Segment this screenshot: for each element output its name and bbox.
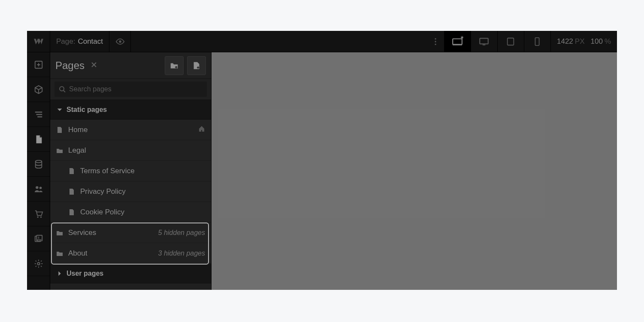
svg-rect-6 [480, 38, 489, 44]
section-label: Static pages [67, 106, 107, 114]
more-vertical-icon [431, 37, 440, 46]
gear-icon [34, 259, 43, 268]
close-icon [91, 61, 97, 68]
svg-point-0 [119, 40, 121, 43]
tablet-icon [506, 37, 515, 46]
svg-rect-7 [483, 44, 486, 45]
svg-rect-9 [535, 37, 539, 45]
eye-icon [115, 37, 125, 46]
pages-panel: Pages [50, 52, 212, 290]
folder-label: Services [68, 229, 96, 237]
svg-point-18 [38, 236, 39, 238]
users-icon [34, 184, 43, 194]
new-folder-button[interactable] [165, 56, 184, 75]
panel-header: Pages [50, 52, 211, 79]
page-indicator[interactable]: Page: Contact [50, 31, 109, 52]
svg-point-20 [60, 87, 64, 91]
page-item-privacy[interactable]: Privacy Policy [50, 181, 211, 202]
pages-icon [34, 135, 43, 144]
page-item-tos[interactable]: Terms of Service [50, 161, 211, 181]
page-item-cookie[interactable]: Cookie Policy [50, 202, 211, 223]
section-user-pages[interactable]: User pages [50, 264, 211, 283]
folder-icon [56, 229, 63, 236]
page-icon [68, 188, 75, 195]
new-folder-icon [169, 61, 179, 70]
folder-item-services[interactable]: Services 5 hidden pages [50, 223, 211, 243]
svg-point-15 [40, 216, 41, 217]
breakpoint-desktop[interactable] [444, 31, 471, 52]
folder-label: About [68, 249, 87, 258]
breakpoint-laptop[interactable] [471, 31, 497, 52]
design-canvas[interactable] [212, 52, 617, 290]
folder-item-legal[interactable]: Legal [50, 140, 211, 161]
page-icon [68, 168, 75, 175]
folder-item-about[interactable]: About 3 hidden pages [50, 243, 211, 264]
top-bar-left: Page: Contact [27, 31, 131, 52]
svg-point-2 [435, 41, 436, 42]
svg-point-1 [435, 38, 436, 39]
cart-icon [34, 209, 43, 219]
rail-users[interactable] [27, 177, 50, 202]
rail-ecommerce[interactable] [27, 202, 50, 226]
page-label: Home [68, 126, 88, 134]
viewport-zoom: 100 [591, 37, 603, 46]
page-prefix: Page: [56, 37, 75, 46]
pages-tree: Static pages Home Legal Terms of Service [50, 100, 211, 290]
image-icon [34, 234, 43, 244]
search-row [50, 79, 211, 100]
top-bar: Page: Contact [27, 31, 617, 52]
breakpoint-phone[interactable] [524, 31, 550, 52]
svg-point-19 [37, 262, 40, 265]
new-page-icon [192, 61, 201, 70]
section-static-pages[interactable]: Static pages [50, 100, 211, 120]
page-label: Privacy Policy [80, 187, 126, 196]
section-label: User pages [67, 270, 103, 277]
folder-label: Legal [68, 146, 86, 155]
rail-components[interactable] [27, 77, 50, 102]
rail-navigator[interactable] [27, 102, 50, 127]
breakpoint-tablet[interactable] [497, 31, 524, 52]
viewport-zoom-unit: % [605, 37, 611, 46]
search-icon [59, 86, 66, 93]
rail-assets[interactable] [27, 226, 50, 251]
page-item-home[interactable]: Home [50, 120, 211, 140]
search-input[interactable] [69, 85, 203, 93]
webflow-logo[interactable] [27, 31, 50, 52]
main-body: Pages [27, 52, 617, 290]
top-bar-right: 1422 PX 100 % [427, 31, 617, 52]
home-badge [198, 125, 205, 134]
panel-title: Pages [55, 60, 85, 72]
page-icon [68, 209, 75, 216]
folder-icon [56, 147, 63, 154]
svg-rect-5 [453, 44, 463, 45]
box-icon [34, 85, 43, 94]
laptop-icon [478, 36, 490, 47]
folder-icon [56, 250, 63, 257]
hidden-count: 3 hidden pages [158, 250, 205, 257]
svg-point-12 [36, 186, 38, 189]
caret-right-icon [56, 270, 63, 277]
rail-add[interactable] [27, 52, 50, 77]
panel-close[interactable] [91, 60, 97, 70]
database-icon [34, 159, 43, 169]
page-label: Cookie Policy [80, 208, 124, 217]
svg-point-11 [35, 160, 42, 163]
rail-pages[interactable] [27, 127, 50, 152]
webflow-logo-icon [33, 36, 44, 47]
current-page-name: Contact [78, 37, 103, 46]
page-icon [56, 126, 63, 133]
left-rail [27, 52, 50, 290]
preview-toggle[interactable] [109, 31, 131, 52]
svg-point-14 [37, 216, 38, 217]
search-box[interactable] [54, 81, 207, 97]
page-label: Terms of Service [80, 167, 135, 175]
svg-point-13 [39, 187, 42, 189]
caret-down-icon [56, 106, 63, 113]
rail-cms[interactable] [27, 152, 50, 177]
more-menu[interactable] [427, 31, 444, 52]
rail-settings[interactable] [27, 251, 50, 276]
viewport-info: 1422 PX 100 % [550, 31, 617, 52]
viewport-width: 1422 [557, 37, 573, 46]
designer-app: Page: Contact [27, 31, 617, 290]
new-page-button[interactable] [187, 56, 206, 75]
